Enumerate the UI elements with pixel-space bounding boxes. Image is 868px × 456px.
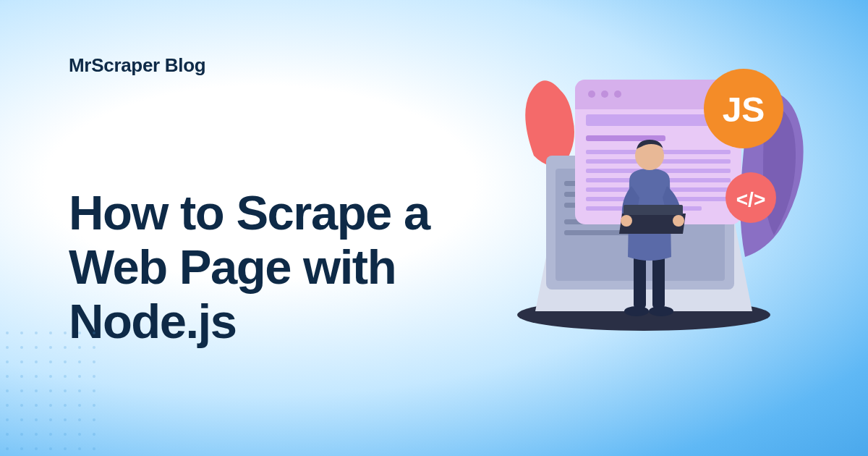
svg-point-45 bbox=[20, 375, 23, 378]
svg-point-37 bbox=[6, 360, 9, 363]
svg-point-75 bbox=[49, 433, 52, 436]
svg-point-69 bbox=[64, 418, 67, 421]
svg-point-54 bbox=[49, 389, 52, 392]
page-title: How to Scrape a Web Page with Node.js bbox=[69, 185, 503, 348]
svg-point-43 bbox=[93, 360, 95, 363]
svg-point-85 bbox=[93, 447, 95, 450]
leaf-left-icon bbox=[525, 80, 574, 169]
svg-point-26 bbox=[49, 332, 52, 334]
svg-point-25 bbox=[35, 332, 38, 334]
svg-point-82 bbox=[49, 447, 52, 450]
svg-point-76 bbox=[64, 433, 67, 436]
svg-point-77 bbox=[78, 433, 81, 436]
svg-point-59 bbox=[20, 404, 23, 407]
svg-point-17 bbox=[624, 306, 649, 316]
svg-point-50 bbox=[93, 375, 95, 378]
svg-point-28 bbox=[78, 332, 81, 334]
svg-point-41 bbox=[64, 360, 67, 363]
svg-point-74 bbox=[35, 433, 38, 436]
window-dot-icon bbox=[601, 90, 608, 98]
svg-point-33 bbox=[49, 346, 52, 349]
svg-point-35 bbox=[78, 346, 81, 349]
svg-point-24 bbox=[20, 332, 23, 334]
svg-point-58 bbox=[6, 404, 9, 407]
svg-point-38 bbox=[20, 360, 23, 363]
svg-point-31 bbox=[20, 346, 23, 349]
hero-illustration: JS </> bbox=[477, 40, 825, 344]
svg-point-30 bbox=[6, 346, 9, 349]
svg-point-22 bbox=[673, 215, 684, 227]
svg-point-49 bbox=[78, 375, 81, 378]
svg-point-68 bbox=[49, 418, 52, 421]
code-badge-label: </> bbox=[736, 188, 765, 211]
svg-point-44 bbox=[6, 375, 9, 378]
svg-point-61 bbox=[49, 404, 52, 407]
brand-label: MrScraper Blog bbox=[69, 54, 503, 77]
svg-point-81 bbox=[35, 447, 38, 450]
svg-point-29 bbox=[93, 332, 95, 334]
svg-point-66 bbox=[20, 418, 23, 421]
svg-point-47 bbox=[49, 375, 52, 378]
svg-rect-20 bbox=[624, 205, 683, 215]
svg-point-84 bbox=[78, 447, 81, 450]
svg-point-72 bbox=[6, 433, 9, 436]
svg-point-78 bbox=[93, 433, 95, 436]
window-dot-icon bbox=[614, 90, 621, 98]
svg-point-70 bbox=[78, 418, 81, 421]
svg-point-63 bbox=[78, 404, 81, 407]
svg-point-60 bbox=[35, 404, 38, 407]
svg-point-21 bbox=[621, 215, 632, 227]
svg-point-39 bbox=[35, 360, 38, 363]
svg-point-42 bbox=[78, 360, 81, 363]
svg-point-55 bbox=[64, 389, 67, 392]
svg-point-83 bbox=[64, 447, 67, 450]
svg-point-52 bbox=[20, 389, 23, 392]
svg-point-36 bbox=[93, 346, 95, 349]
svg-point-34 bbox=[64, 346, 67, 349]
svg-point-56 bbox=[78, 389, 81, 392]
svg-point-67 bbox=[35, 418, 38, 421]
hero-content: MrScraper Blog How to Scrape a Web Page … bbox=[69, 54, 503, 348]
svg-point-80 bbox=[20, 447, 23, 450]
js-badge-label: JS bbox=[723, 90, 765, 129]
svg-point-48 bbox=[64, 375, 67, 378]
svg-point-53 bbox=[35, 389, 38, 392]
svg-point-18 bbox=[649, 306, 673, 316]
svg-point-71 bbox=[93, 418, 95, 421]
svg-point-23 bbox=[6, 332, 9, 334]
dot-pattern-icon bbox=[0, 326, 101, 456]
svg-point-46 bbox=[35, 375, 38, 378]
svg-point-79 bbox=[6, 447, 9, 450]
svg-point-73 bbox=[20, 433, 23, 436]
window-dot-icon bbox=[588, 90, 595, 98]
svg-point-62 bbox=[64, 404, 67, 407]
svg-point-32 bbox=[35, 346, 38, 349]
svg-point-51 bbox=[6, 389, 9, 392]
svg-point-57 bbox=[93, 389, 95, 392]
svg-point-65 bbox=[6, 418, 9, 421]
svg-point-64 bbox=[93, 404, 95, 407]
svg-point-40 bbox=[49, 360, 52, 363]
svg-point-27 bbox=[64, 332, 67, 334]
